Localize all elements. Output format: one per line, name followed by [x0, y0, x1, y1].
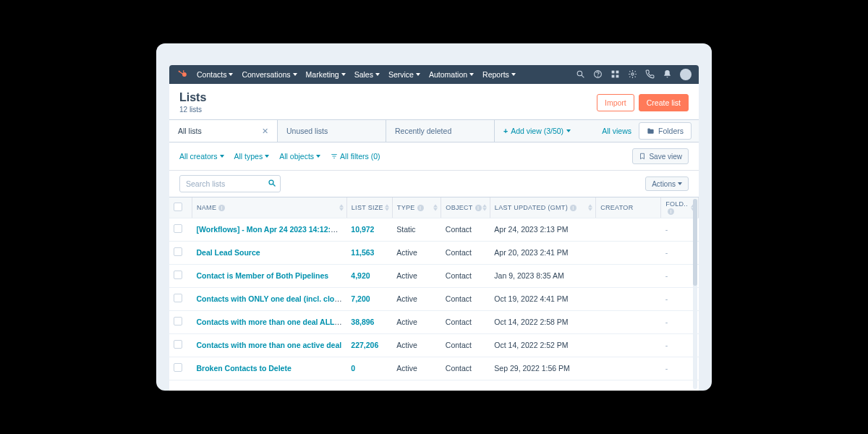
add-view-button[interactable]: + Add view (3/50) — [495, 120, 579, 142]
column-size[interactable]: LIST SIZE — [346, 197, 392, 218]
chevron-down-icon — [316, 155, 320, 158]
list-size: 227,206 — [346, 333, 392, 357]
sort-icon — [385, 204, 389, 210]
tab-recently-deleted[interactable]: Recently deleted — [386, 120, 495, 142]
list-updated: Sep 29, 2022 1:56 PM — [490, 357, 595, 380]
svg-rect-11 — [616, 75, 619, 78]
list-name-link[interactable]: Contacts with more than one active deal — [197, 341, 342, 349]
row-checkbox[interactable] — [174, 340, 182, 349]
list-object: Contact — [441, 264, 490, 287]
list-updated: Apr 20, 2023 2:41 PM — [490, 241, 595, 264]
notification-bell-icon[interactable] — [663, 69, 673, 80]
page-header: Lists 12 lists Import Create list — [169, 84, 699, 119]
nav-marketing[interactable]: Marketing — [306, 70, 346, 79]
filter-creators[interactable]: All creators — [179, 152, 224, 161]
list-size: 38,896 — [346, 310, 392, 333]
search-row: Actions — [169, 171, 699, 197]
page-title: Lists — [179, 91, 206, 104]
list-updated: Oct 14, 2022 2:52 PM — [490, 333, 595, 357]
list-creator — [596, 264, 661, 287]
column-updated[interactable]: LAST UPDATED (GMT)i — [490, 197, 595, 218]
list-name-link[interactable]: Deal Lead Source — [197, 248, 260, 257]
list-name-link[interactable]: Contacts with more than one deal ALL cl.… — [197, 318, 347, 326]
list-type: Active — [392, 357, 441, 380]
svg-point-7 — [597, 76, 598, 77]
save-view-button[interactable]: Save view — [632, 148, 689, 164]
nav-reports[interactable]: Reports — [482, 70, 516, 79]
create-list-button[interactable]: Create list — [639, 94, 689, 111]
list-type: Static — [392, 218, 441, 241]
column-type[interactable]: TYPEi — [392, 197, 441, 218]
folders-button[interactable]: Folders — [639, 122, 692, 140]
search-icon[interactable] — [268, 179, 276, 187]
list-type: Active — [392, 310, 441, 333]
info-icon: i — [218, 205, 225, 211]
select-all-checkbox[interactable] — [174, 203, 182, 211]
list-size: 4,920 — [346, 264, 392, 287]
row-checkbox[interactable] — [174, 224, 182, 233]
tab-label: All lists — [178, 127, 202, 135]
actions-dropdown[interactable]: Actions — [645, 176, 689, 191]
svg-line-3 — [179, 72, 183, 75]
column-object[interactable]: OBJECTi — [441, 197, 490, 218]
add-view-label: Add view (3/50) — [511, 127, 563, 135]
filter-all-filters[interactable]: All filters (0) — [331, 152, 380, 161]
filter-objects[interactable]: All objects — [279, 152, 320, 161]
table-row: Contacts with ONLY one deal (incl. close… — [169, 287, 699, 310]
row-checkbox[interactable] — [174, 271, 182, 279]
filter-icon — [331, 153, 338, 160]
list-type: Active — [392, 264, 441, 287]
chevron-down-icon — [566, 129, 571, 132]
chevron-down-icon — [416, 73, 420, 76]
search-input[interactable] — [179, 175, 281, 192]
nav-service[interactable]: Service — [388, 70, 420, 79]
row-checkbox[interactable] — [174, 294, 182, 302]
app-window: Contacts Conversations Marketing Sales S… — [169, 65, 699, 391]
chevron-down-icon — [469, 73, 474, 76]
list-size: 0 — [346, 357, 392, 380]
column-name[interactable]: NAMEi — [192, 197, 347, 218]
list-updated: Apr 24, 2023 2:13 PM — [490, 218, 595, 241]
user-avatar[interactable] — [680, 69, 692, 80]
row-checkbox[interactable] — [174, 247, 182, 256]
tab-all-lists[interactable]: All lists ✕ — [169, 120, 278, 142]
row-checkbox[interactable] — [174, 317, 182, 326]
nav-sales[interactable]: Sales — [354, 70, 380, 79]
help-icon[interactable] — [593, 69, 603, 80]
table-row: Broken Contacts to Delete0ActiveContactS… — [169, 357, 699, 380]
close-icon[interactable]: ✕ — [253, 127, 268, 135]
nav-contacts[interactable]: Contacts — [197, 70, 233, 79]
search-icon[interactable] — [576, 69, 586, 80]
table-row: Contact is Member of Both Pipelines4,920… — [169, 264, 699, 287]
list-name-link[interactable]: Contact is Member of Both Pipelines — [197, 271, 329, 280]
list-object: Contact — [441, 218, 490, 241]
info-icon: i — [417, 205, 424, 211]
phone-icon[interactable] — [645, 69, 655, 80]
nav-automation[interactable]: Automation — [429, 70, 474, 79]
list-name-link[interactable]: Broken Contacts to Delete — [197, 364, 292, 373]
all-views-link[interactable]: All views — [602, 127, 631, 135]
scrollbar[interactable] — [693, 199, 697, 389]
svg-rect-8 — [612, 71, 615, 74]
list-name-link[interactable]: [Workflows] - Mon Apr 24 2023 14:12:50 G… — [197, 225, 347, 234]
sort-icon — [433, 204, 438, 210]
marketplace-icon[interactable] — [610, 69, 621, 80]
scrollbar-thumb[interactable] — [693, 199, 697, 286]
list-object: Contact — [441, 287, 490, 310]
nav-conversations[interactable]: Conversations — [242, 70, 297, 79]
settings-icon[interactable] — [628, 69, 638, 80]
nav-items: Contacts Conversations Marketing Sales S… — [197, 70, 516, 79]
tab-unused-lists[interactable]: Unused lists — [278, 120, 386, 142]
filter-types[interactable]: All types — [234, 152, 270, 161]
folder-icon — [647, 127, 655, 135]
list-name-link[interactable]: Contacts with ONLY one deal (incl. close… — [197, 294, 347, 303]
svg-line-5 — [582, 75, 584, 77]
column-creator[interactable]: CREATOR — [596, 197, 661, 218]
filters-row: All creators All types All objects All f… — [169, 142, 699, 171]
nav-utility-icons — [576, 69, 692, 80]
import-button[interactable]: Import — [597, 94, 634, 111]
list-creator — [596, 241, 661, 264]
table-row: Contacts with more than one active deal2… — [169, 333, 699, 357]
row-checkbox[interactable] — [174, 363, 182, 372]
list-creator — [596, 218, 661, 241]
